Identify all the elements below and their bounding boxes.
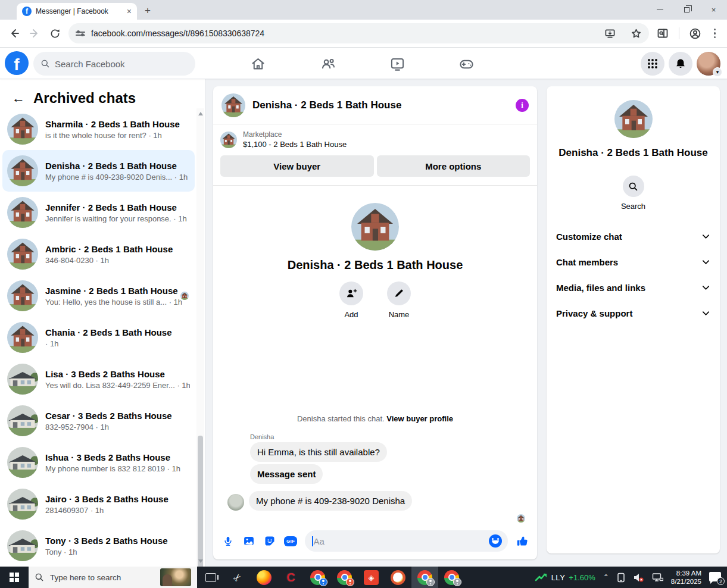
apps-menu-button[interactable] [641, 52, 664, 76]
browser-profile-icon[interactable] [685, 23, 706, 43]
window-close-button[interactable]: × [700, 0, 727, 20]
voice-clip-icon[interactable] [221, 534, 235, 548]
volume-muted-icon[interactable] [633, 573, 644, 583]
taskbar-clock[interactable]: 8:39 AM 8/21/2025 [671, 569, 701, 586]
attach-photo-icon[interactable] [242, 534, 255, 548]
chat-list-item[interactable]: Jairo · 3 Beds 2 Baths House 2814609307 … [2, 483, 195, 525]
section-customize-chat[interactable]: Customize chat [547, 224, 720, 249]
chat-avatar [7, 447, 38, 478]
reload-button[interactable] [45, 23, 65, 43]
chat-list-item[interactable]: Tony · 3 Beds 2 Baths House Tony · 1h [2, 525, 195, 567]
chat-list-item[interactable]: Jennifer · 2 Beds 1 Bath House Jennifer … [2, 192, 195, 233]
facebook-search-input[interactable]: Search Facebook [33, 52, 195, 76]
nav-gaming-icon[interactable] [452, 55, 480, 72]
url-bar[interactable]: facebook.com/messages/t/8961508330638724 [68, 23, 649, 43]
add-member-button[interactable]: Add [339, 282, 363, 319]
back-arrow-icon[interactable]: ← [12, 90, 25, 106]
chat-avatar [7, 489, 38, 520]
network-icon[interactable] [652, 573, 663, 582]
chat-list-item[interactable]: Ambric · 2 Beds 1 Bath House 346-804-023… [2, 233, 195, 275]
profile-badge-gray [426, 578, 435, 586]
chat-name: Chania · 2 Beds 1 Bath House [45, 327, 190, 337]
window-minimize-button[interactable] [647, 0, 673, 20]
chat-avatar [7, 155, 38, 186]
ccleaner-button[interactable]: C [277, 567, 304, 588]
taskbar-search[interactable]: Type here to search [29, 567, 197, 588]
hidden-icons-chevron[interactable]: ⌃ [603, 573, 609, 581]
chat-list-item[interactable]: Sharmila · 2 Beds 1 Bath House is it the… [2, 108, 195, 150]
chat-avatar [7, 280, 38, 311]
chat-name: Jennifer · 2 Beds 1 Bath House [45, 202, 190, 212]
chat-preview: 2814609307 · 1h [45, 506, 190, 515]
facebook-logo[interactable]: f [5, 51, 29, 75]
windows-taskbar: Type here to search ✂ C ◈ LLY +1.60% ⌃ 8… [0, 567, 727, 588]
browser-menu-icon[interactable] [709, 29, 721, 39]
duckduckgo-button[interactable] [385, 567, 411, 588]
chrome-profile4-button[interactable] [438, 567, 465, 588]
conversation-avatar [221, 93, 245, 117]
chrome-profile2-button[interactable] [331, 567, 358, 588]
phone-link-icon[interactable] [617, 573, 625, 583]
view-buyer-button[interactable]: View buyer [220, 155, 374, 177]
snipping-tool-button[interactable]: ✂ [224, 567, 251, 588]
section-privacy-support[interactable]: Privacy & support [547, 301, 720, 326]
stock-change: +1.60% [569, 573, 595, 582]
firefox-button[interactable] [251, 567, 277, 588]
view-buyer-profile-link[interactable]: View buyer profile [386, 414, 453, 423]
sticker-icon[interactable] [263, 534, 276, 548]
thumbs-up-icon[interactable] [516, 534, 529, 548]
start-button[interactable] [0, 567, 29, 588]
message-bubble: Hi Emma, is this still available? [250, 442, 387, 462]
more-options-button[interactable]: More options [377, 155, 531, 177]
bell-icon [675, 58, 687, 70]
search-in-sidebar-icon[interactable] [653, 23, 673, 43]
nav-groups-icon[interactable] [314, 55, 342, 72]
sidebar-scrollbar[interactable] [196, 108, 204, 567]
scroll-down-arrow[interactable] [198, 559, 203, 563]
nav-home-icon[interactable] [244, 55, 272, 72]
marketplace-label: Marketplace [243, 130, 347, 139]
message-input[interactable]: Aa [305, 530, 508, 552]
search-highlight-image[interactable] [160, 568, 191, 586]
tab-close-icon[interactable]: × [127, 7, 132, 16]
new-tab-button[interactable]: + [145, 5, 151, 17]
conversation-info-icon[interactable]: i [516, 99, 529, 112]
forward-button[interactable] [24, 23, 45, 43]
stock-widget[interactable]: LLY +1.60% [535, 573, 595, 582]
colonial-house-photo [7, 280, 38, 311]
chat-list-item[interactable]: Jasmine · 2 Beds 1 Bath House You: Hello… [2, 275, 195, 317]
scrollbar-thumb[interactable] [198, 436, 203, 588]
gif-icon[interactable]: GIF [284, 534, 297, 548]
site-settings-icon[interactable] [76, 32, 85, 36]
notifications-button[interactable] [669, 52, 692, 76]
task-view-button[interactable] [197, 567, 224, 588]
section-chat-members[interactable]: Chat members [547, 249, 720, 275]
chat-list-item[interactable]: Lisa · 3 Beds 2 Baths House Yes will do.… [2, 358, 195, 400]
profile-avatar[interactable]: ▾ [697, 52, 720, 76]
edit-name-button[interactable]: Name [387, 282, 411, 319]
marketplace-listing-avatar [220, 132, 237, 148]
emoji-icon[interactable] [489, 534, 502, 548]
install-app-icon[interactable] [600, 23, 620, 43]
chrome-profile1-button[interactable] [304, 567, 331, 588]
chat-list-item[interactable]: Chania · 2 Beds 1 Bath House · 1h [2, 317, 195, 358]
bookmark-star-icon[interactable] [626, 23, 647, 43]
window-restore-button[interactable] [673, 0, 700, 20]
search-in-conversation[interactable]: Search [547, 176, 720, 211]
section-media-files-links[interactable]: Media, files and links [547, 275, 720, 301]
search-label: Search [547, 202, 720, 211]
message-composer: GIF Aa [213, 528, 537, 559]
stock-ticker: LLY [551, 573, 566, 582]
url-text[interactable]: facebook.com/messages/t/8961508330638724 [91, 29, 594, 38]
page-content: ← Archived chats Sharmila · 2 Beds 1 Bat… [0, 79, 727, 567]
red-app-button[interactable]: ◈ [358, 567, 385, 588]
nav-watch-icon[interactable] [383, 55, 411, 72]
chrome-profile3-button-active[interactable] [411, 567, 438, 588]
action-center-button[interactable]: 2 [709, 572, 722, 583]
browser-tab[interactable]: f Messenger | Facebook × [17, 3, 137, 20]
chat-list-item[interactable]: Ishua · 3 Beds 2 Baths House My phone nu… [2, 442, 195, 483]
scroll-up-arrow[interactable] [198, 112, 203, 115]
back-button[interactable] [4, 23, 24, 43]
chat-list-item[interactable]: Cesar · 3 Beds 2 Baths House 832-952-790… [2, 400, 195, 442]
chat-list-item[interactable]: Denisha · 2 Beds 1 Bath House My phone #… [2, 150, 195, 192]
